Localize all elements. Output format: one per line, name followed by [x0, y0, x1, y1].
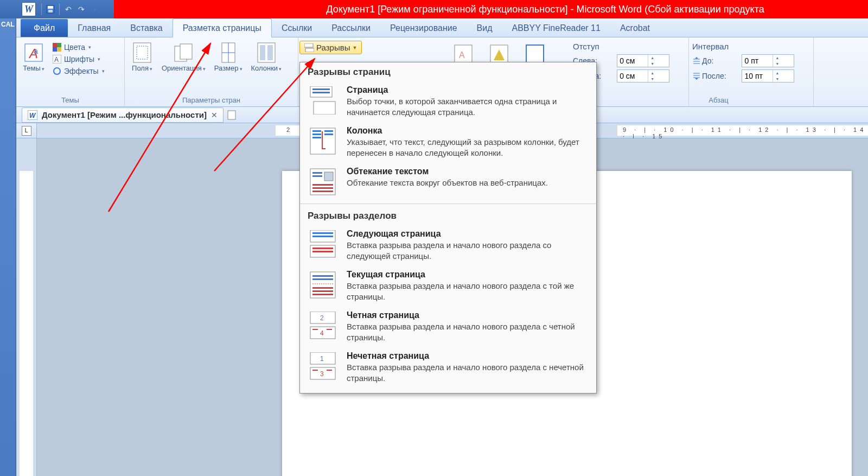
indent-left-input[interactable]: ▲▼ [617, 54, 669, 67]
document-tab[interactable]: W Документ1 [Режим ...функциональности] … [22, 107, 224, 123]
svg-text:A: A [459, 50, 465, 60]
new-doc-icon[interactable] [227, 110, 238, 120]
tab-insert[interactable]: Вставка [120, 19, 172, 37]
svg-rect-64 [312, 287, 333, 289]
svg-rect-49 [312, 172, 322, 174]
break-odd-page-item[interactable]: 13 Нечетная страницаВставка разрыва разд… [300, 347, 596, 388]
word-icon[interactable]: W [22, 2, 36, 16]
svg-rect-43 [312, 130, 321, 132]
tab-abbyy[interactable]: ABBYY FineReader 11 [502, 19, 610, 37]
tab-mailings[interactable]: Рассылки [322, 19, 380, 37]
orientation-button[interactable]: Ориентация [158, 40, 209, 74]
tab-acrobat[interactable]: Acrobat [610, 19, 660, 37]
text-wrap-icon [308, 167, 338, 197]
svg-rect-6 [53, 43, 57, 47]
svg-rect-16 [180, 44, 192, 59]
svg-rect-77 [312, 370, 318, 371]
group-page-setup: Поля Ориентация Размер Колонки Параметры… [125, 37, 298, 106]
svg-rect-46 [324, 130, 333, 132]
tab-references[interactable]: Ссылки [272, 19, 322, 37]
svg-rect-72 [327, 329, 332, 330]
svg-text:A: A [54, 56, 59, 64]
break-continuous-item[interactable]: Текущая страницаВставка разрыва раздела … [300, 265, 596, 306]
stub-text: CAL [1, 21, 15, 28]
svg-rect-2 [48, 10, 53, 12]
svg-rect-62 [312, 275, 333, 277]
theme-effects-button[interactable]: Эффекты [50, 66, 107, 77]
columns-button[interactable]: Колонки [248, 40, 285, 74]
break-next-page-item[interactable]: Следующая страницаВставка разрыва раздел… [300, 225, 596, 265]
spacing-after-input[interactable]: ▲▼ [742, 69, 794, 82]
break-text-wrap-item[interactable]: Обтекание текстомОбтекание текста вокруг… [300, 162, 596, 201]
colors-icon [52, 42, 62, 52]
close-tab-icon[interactable]: ✕ [211, 111, 218, 119]
size-button[interactable]: Размер [211, 40, 246, 74]
spacing-before-icon [692, 57, 701, 65]
titlebar: W ↶ ↷ Документ1 [Режим ограниченной функ… [0, 0, 868, 18]
svg-rect-1 [48, 6, 53, 9]
breaks-button[interactable]: Разрывы ▼ [299, 41, 362, 54]
svg-rect-39 [312, 88, 330, 90]
qat-dropdown-icon[interactable] [88, 3, 101, 16]
svg-rect-71 [312, 329, 318, 330]
theme-fonts-button[interactable]: A Шрифты [50, 54, 107, 65]
size-icon [218, 42, 239, 64]
svg-rect-23 [304, 43, 313, 47]
svg-rect-57 [312, 236, 333, 237]
column-break-icon [308, 126, 338, 156]
svg-rect-7 [57, 43, 61, 47]
tab-review[interactable]: Рецензирование [380, 19, 467, 37]
svg-rect-8 [53, 47, 57, 52]
word-doc-icon: W [28, 110, 37, 120]
page-break-icon [308, 85, 338, 116]
svg-rect-51 [324, 172, 333, 181]
svg-rect-53 [312, 187, 333, 189]
indent-right-input[interactable]: ▲▼ [617, 69, 669, 82]
redo-icon[interactable]: ↷ [75, 3, 88, 16]
svg-rect-63 [312, 278, 333, 280]
tab-selector[interactable]: L [16, 123, 37, 138]
svg-text:1: 1 [320, 355, 324, 363]
svg-text:a: a [34, 47, 38, 55]
left-app-stub: CAL [0, 0, 16, 476]
tab-page-layout[interactable]: Разметка страницы [173, 18, 272, 37]
svg-rect-66 [312, 294, 333, 295]
themes-button[interactable]: Aa Темы [20, 40, 48, 74]
group-themes: Aa Темы Цвета A Шрифты Эффекты Темы [16, 37, 125, 106]
theme-colors-button[interactable]: Цвета [50, 42, 107, 53]
group-spacing: Интервал До: ▲▼ После: ▲▼ Абзац [689, 37, 814, 106]
save-icon[interactable] [44, 3, 57, 16]
break-even-page-item[interactable]: 24 Четная страницаВставка разрыва раздел… [300, 306, 596, 347]
svg-rect-21 [260, 45, 265, 60]
break-page-item[interactable]: СтраницаВыбор точки, в которой заканчива… [300, 81, 596, 122]
orientation-icon [173, 42, 194, 64]
svg-rect-59 [312, 247, 333, 249]
svg-rect-40 [312, 92, 330, 93]
svg-rect-78 [327, 370, 332, 371]
tab-file[interactable]: Файл [21, 19, 68, 37]
undo-icon[interactable]: ↶ [62, 3, 75, 16]
effects-icon [52, 66, 62, 76]
themes-icon: Aa [23, 42, 44, 64]
svg-text:3: 3 [320, 370, 324, 378]
svg-rect-47 [324, 134, 333, 135]
break-column-item[interactable]: КолонкаУказывает, что текст, следующий з… [300, 122, 596, 162]
spacing-after-icon [692, 72, 701, 80]
svg-rect-50 [312, 175, 322, 177]
spacing-before-input[interactable]: ▲▼ [742, 54, 794, 67]
tab-view[interactable]: Вид [467, 19, 502, 37]
columns-icon [256, 42, 277, 64]
svg-rect-13 [133, 43, 151, 62]
tab-home[interactable]: Главная [68, 19, 120, 37]
svg-rect-56 [312, 232, 333, 234]
svg-point-12 [54, 68, 60, 74]
breaks-icon [304, 43, 314, 52]
svg-text:4: 4 [320, 329, 324, 337]
vertical-ruler[interactable] [16, 138, 37, 476]
svg-text:2: 2 [320, 314, 324, 322]
svg-rect-44 [312, 134, 321, 135]
svg-rect-41 [314, 101, 335, 115]
margins-button[interactable]: Поля [128, 40, 156, 74]
svg-rect-60 [312, 251, 333, 252]
svg-rect-9 [57, 47, 61, 52]
